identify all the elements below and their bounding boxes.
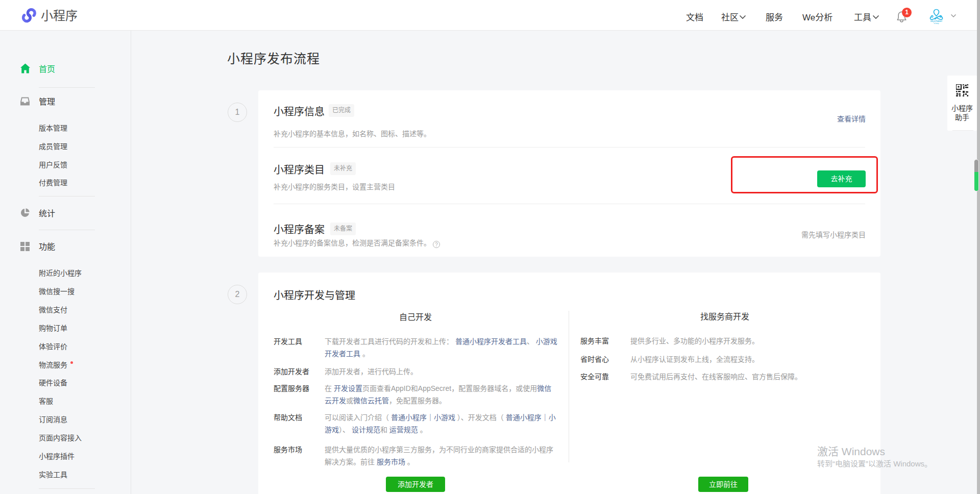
svg-text:to keep: to keep bbox=[934, 22, 939, 24]
